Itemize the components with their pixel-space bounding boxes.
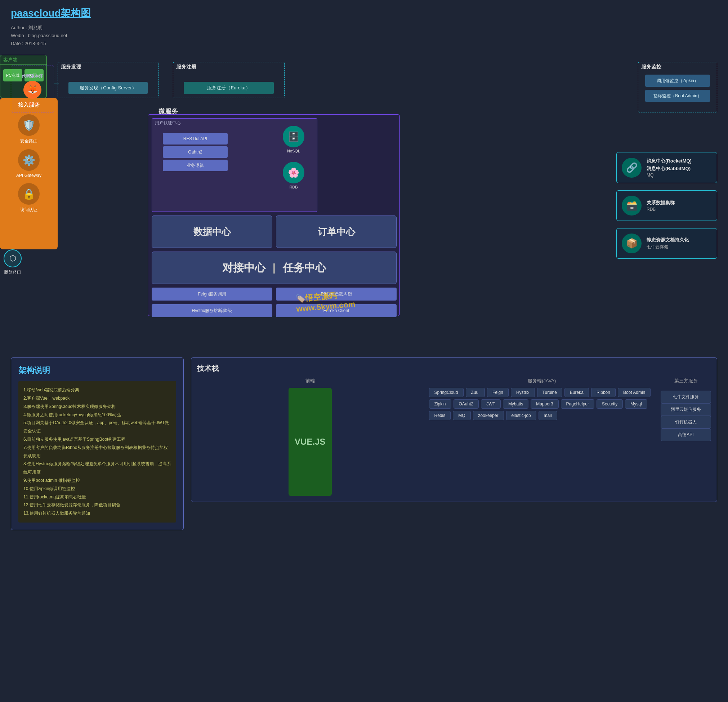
backend-tag: Eureka — [565, 388, 589, 397]
backend-tag: elastic-job — [506, 411, 536, 420]
backend-tag: zookeeper — [473, 411, 504, 420]
nosql-circle: 🗄️ — [283, 126, 304, 148]
backend-tag: OAuht2 — [454, 399, 479, 409]
eureka-btn[interactable]: 服务注册（Eureka） — [184, 82, 274, 94]
page-title: paascloud架构图 — [0, 0, 728, 22]
arch-item: 2.客户端Vue + webpack — [23, 394, 171, 402]
tech-stack-box: 技术栈 前端 VUE.JS 服务端(JAVA) SpringCloudZuulF… — [191, 358, 717, 502]
rdb-icon-box: 🌸 RDB — [281, 162, 306, 189]
static-storage-label: 静态资源文档持久化 — [647, 236, 689, 244]
docking-center-label: 对接中心 — [222, 261, 266, 275]
static-storage-box: 📦 静态资源文档持久化 七牛云存储 — [616, 228, 717, 259]
mq-box: 🔗 消息中心(RocketMQ)消息中心(RabbitMQ) MQ — [616, 152, 717, 183]
docking-task-box: 对接中心 | 任务中心 — [152, 252, 397, 284]
client-title: 客户端 — [0, 55, 46, 65]
access-service-box: 接入服务 🛡️ 安全路由 ⚙️ API Gateway 🔒 访问认证 — [0, 98, 58, 249]
restful-api-btn[interactable]: RESTful API — [163, 133, 228, 145]
mq-sublabel: MQ — [647, 172, 692, 178]
backend-tag: MQ — [453, 411, 471, 420]
tech-cols: 前端 VUE.JS 服务端(JAVA) SpringCloudZuulFeign… — [197, 378, 711, 496]
arch-item: 4.微服务之间使用rocketmq+mysql做消息100%可达. — [23, 411, 171, 419]
service-discovery-title: 服务发现 — [58, 62, 158, 72]
backend-tags: SpringCloudZuulFeignHystrixTurbineEureka… — [429, 388, 655, 420]
arch-item: 5.项目网关基于OAuth2.0做安全认证，app、pc端、移动web端等基于J… — [23, 419, 171, 435]
security-gateway-label: 安全路由 — [20, 138, 38, 144]
arch-item: 13.使用钉钉机器人做服务异常通知 — [23, 509, 171, 518]
hystrix-btn[interactable]: Hystrix服务熔断/降级 — [152, 304, 272, 317]
rdb-label: RDB — [281, 185, 306, 189]
third-tags: 七牛文件服务阿里云短信服务钉钉机器人高德API — [661, 391, 711, 441]
zipkin-btn[interactable]: 调用链监控（Zipkin） — [645, 75, 710, 87]
backend-tag: Mysql — [625, 399, 647, 409]
arch-item: 1.移动/web端彻底前后端分离 — [23, 386, 171, 394]
rdb-circle: 🌸 — [283, 162, 304, 184]
data-center-box: 数据中心 — [152, 216, 272, 248]
backend-tag: SpringCloud — [429, 388, 464, 397]
rdb-cluster-label: 关系数据集群 — [647, 199, 675, 207]
business-logic-btn[interactable]: 业务逻辑 — [163, 160, 228, 171]
rdb-cluster-box: 🗃️ 关系数据集群 RDB — [616, 190, 717, 221]
arch-item: 9.使用boot admin 做指标监控 — [23, 476, 171, 485]
service-routing-label: 服务路由 — [0, 269, 25, 275]
mq-label: 消息中心(RocketMQ)消息中心(RabbitMQ) — [647, 158, 692, 172]
diagram-area: 代码版本库 🦊 Gitlab 服务发现 服务发现（Config Server） … — [0, 55, 728, 350]
connector-2 — [58, 84, 58, 84]
backend-tag: Redis — [429, 411, 451, 420]
service-registration-title: 服务注册 — [173, 62, 284, 72]
oauth2-btn[interactable]: Oahth2 — [163, 146, 228, 158]
arch-desc-list: 1.移动/web端彻底前后端分离2.客户端Vue + webpack3.服务端使… — [18, 381, 176, 523]
arch-desc-box: 架构说明 1.移动/web端彻底前后端分离2.客户端Vue + webpack3… — [11, 358, 184, 530]
order-center-box: 订单中心 — [276, 216, 397, 248]
vue-box: VUE.JS — [289, 388, 332, 496]
code-repo-box: 代码版本库 🦊 Gitlab — [11, 65, 54, 113]
arch-item: 8.使用Hystrix做服务熔断/降级处理避免单个服务不可用引起系统雪崩，提高系… — [23, 460, 171, 476]
access-auth-label: 访问认证 — [20, 207, 38, 213]
ribbon-btn[interactable]: Ribbon负载均衡 — [276, 288, 397, 301]
service-discovery-box: 服务发现 服务发现（Config Server） — [58, 62, 159, 98]
api-gateway-label: API Gateway — [16, 173, 42, 178]
backend-tag: Boot Admin — [618, 388, 650, 397]
frontend-label: 前端 — [197, 378, 423, 384]
api-card: RESTful API Oahth2 业务逻辑 — [159, 131, 231, 173]
backend-tag: Hystrix — [511, 388, 535, 397]
api-gateway-icon: ⚙️ — [18, 149, 40, 171]
arch-item: 6.目前独立服务使用java语言基于SpringBoot构建工程 — [23, 435, 171, 444]
backend-tag: Mybatis — [503, 399, 529, 409]
frontend-col: 前端 VUE.JS — [197, 378, 423, 496]
tech-stack-title: 技术栈 — [197, 363, 711, 373]
backend-tag: Turbine — [537, 388, 562, 397]
third-label: 第三方服务 — [661, 378, 711, 384]
access-auth-icon: 🔒 — [18, 183, 40, 205]
gitlab-label: Gitlab — [26, 101, 39, 106]
backend-tag: Zipkin — [429, 399, 451, 409]
rdb-cluster-sublabel: RDB — [647, 207, 675, 212]
eureka-client-btn[interactable]: Eureka Client — [276, 304, 397, 317]
third-tag: 七牛文件服务 — [661, 391, 711, 403]
code-repo-label: 代码版本库 — [19, 72, 46, 81]
feign-btn[interactable]: Feign服务调用 — [152, 288, 272, 301]
boot-admin-btn[interactable]: 指标监控（Boot Admin） — [645, 90, 710, 102]
microservice-main-box: 用户认证中心 RESTful API Oahth2 业务逻辑 🗄️ NoSQL … — [148, 114, 400, 316]
service-monitor-box: 服务监控 调用链监控（Zipkin） 指标监控（Boot Admin） — [638, 62, 717, 113]
center-boxes: 数据中心 订单中心 — [152, 216, 397, 248]
arch-item: 3.服务端使用SpringCloud技术栈实现微服务架构 — [23, 402, 171, 411]
third-tag: 阿里云短信服务 — [661, 403, 711, 416]
third-tag: 高德API — [661, 428, 711, 441]
backend-tag: Mapper3 — [531, 399, 558, 409]
arch-item: 10.使用zipkin做调用链监控 — [23, 485, 171, 493]
third-col: 第三方服务 七牛文件服务阿里云短信服务钉钉机器人高德API — [661, 378, 711, 496]
backend-tag: Ribbon — [591, 388, 615, 397]
qiniu-label: 七牛云存储 — [647, 244, 689, 250]
right-boxes: 🔗 消息中心(RocketMQ)消息中心(RabbitMQ) MQ 🗃️ 关系数… — [616, 152, 717, 266]
backend-tag: PageHelper — [561, 399, 594, 409]
backend-col: 服务端(JAVA) SpringCloudZuulFeignHystrixTur… — [429, 378, 655, 496]
arch-item: 12.使用七牛云存储做资源存储服务，降低项目耦合 — [23, 501, 171, 509]
bottom-service-btns: Feign服务调用 Ribbon负载均衡 Hystrix服务熔断/降级 Eure… — [152, 288, 397, 317]
author-info: Author : 刘兆明 Weibo : blog.paascloud.net … — [0, 22, 728, 51]
config-server-btn[interactable]: 服务发现（Config Server） — [68, 82, 148, 94]
service-monitor-title: 服务监控 — [638, 62, 717, 72]
task-center-label: 任务中心 — [283, 261, 326, 275]
third-tag: 钉钉机器人 — [661, 416, 711, 428]
service-registration-box: 服务注册 服务注册（Eureka） — [173, 62, 285, 98]
backend-tag: Feign — [487, 388, 508, 397]
